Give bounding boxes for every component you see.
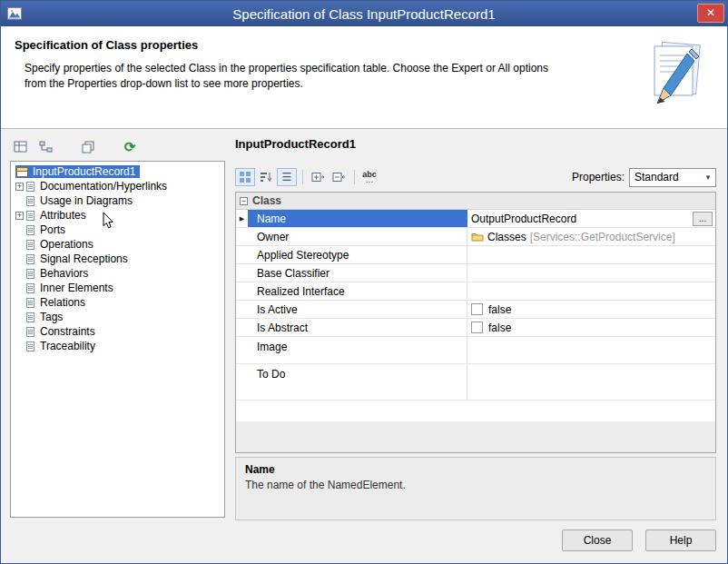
- expand-icon[interactable]: +: [15, 212, 24, 220]
- close-button[interactable]: Close: [562, 529, 633, 551]
- property-value[interactable]: [467, 337, 715, 363]
- property-row-owner[interactable]: Owner Classes [Services::GetProductServi…: [236, 228, 715, 246]
- refresh-icon[interactable]: ⟳: [121, 139, 139, 155]
- tree-item-attributes[interactable]: + Attributes: [11, 208, 224, 223]
- element-tree: InputProductRecord1 + Documentation/Hype…: [10, 161, 225, 518]
- property-row-to-do[interactable]: To Do: [236, 364, 715, 401]
- tree-item-traceability[interactable]: Traceability: [11, 339, 224, 353]
- property-row-is-abstract[interactable]: Is Abstract false: [236, 319, 715, 337]
- page-icon: [26, 211, 34, 221]
- page-icon: [26, 283, 34, 293]
- page-icon: [26, 327, 34, 337]
- property-row-is-active[interactable]: Is Active false: [236, 301, 715, 319]
- copy-view-icon[interactable]: [79, 139, 97, 155]
- chevron-down-icon: ▾: [701, 173, 715, 182]
- tree-item-root[interactable]: InputProductRecord1: [11, 164, 224, 179]
- property-name: Name: [248, 210, 467, 227]
- checkbox[interactable]: [471, 322, 483, 333]
- property-row-name[interactable]: ▶ Name OutputProductRecord ...: [236, 210, 715, 228]
- window-title: Specification of Class InputProductRecor…: [1, 6, 727, 22]
- property-value[interactable]: [467, 282, 715, 300]
- property-row-image[interactable]: Image: [236, 337, 715, 364]
- property-name: Is Active: [248, 301, 467, 318]
- collapse-icon[interactable]: −: [240, 197, 248, 205]
- tree-item-signal-receptions[interactable]: Signal Receptions: [11, 252, 224, 266]
- collapse-nodes-icon[interactable]: [329, 168, 349, 186]
- checkbox-label: false: [488, 303, 511, 316]
- property-value[interactable]: false: [467, 319, 715, 336]
- properties-toolbar: ☰ abc … Properties: Stan: [235, 166, 716, 188]
- toolbar-separator: [302, 170, 303, 184]
- property-value[interactable]: [467, 246, 715, 263]
- tree-item-relations[interactable]: Relations: [11, 295, 224, 310]
- close-icon[interactable]: ✕: [697, 4, 724, 23]
- group-label: Class: [252, 194, 281, 207]
- page-icon: [26, 196, 34, 206]
- page-icon: [26, 341, 34, 351]
- property-name: Realized Interface: [248, 282, 467, 300]
- properties-table: − Class ▶ Name OutputProductRecord ... O…: [235, 192, 716, 453]
- header-title: Specification of Class properties: [15, 38, 198, 52]
- mouse-cursor: [103, 212, 114, 232]
- grid-view-icon[interactable]: [12, 139, 30, 155]
- property-name: Base Classifier: [248, 264, 467, 282]
- property-row-base-classifier[interactable]: Base Classifier: [236, 264, 715, 282]
- tree-item-behaviors[interactable]: Behaviors: [11, 266, 224, 281]
- property-value[interactable]: Classes [Services::GetProductService]: [467, 228, 715, 245]
- description-title: Name: [245, 463, 706, 476]
- property-group-class[interactable]: − Class: [236, 193, 715, 210]
- property-name: Owner: [248, 228, 467, 245]
- property-value[interactable]: false: [467, 301, 715, 318]
- tree-item-operations[interactable]: Operations: [11, 237, 224, 252]
- titlebar[interactable]: Specification of Class InputProductRecor…: [1, 1, 727, 26]
- tree-item-inner-elements[interactable]: Inner Elements: [11, 281, 224, 295]
- header-description-line2: from the Properties drop-down list to se…: [25, 76, 548, 92]
- checkbox-label: false: [488, 322, 511, 334]
- table-empty-area: [236, 421, 715, 452]
- toolbar-separator: [354, 170, 355, 184]
- row-marker-icon: ▶: [236, 210, 248, 227]
- tree-item-ports[interactable]: Ports: [11, 223, 224, 237]
- property-row-realized-interface[interactable]: Realized Interface: [236, 282, 715, 301]
- expand-icon[interactable]: +: [15, 183, 24, 191]
- page-icon: [26, 225, 34, 235]
- help-button[interactable]: Help: [645, 529, 716, 551]
- dialog-header: Specification of Class properties Specif…: [1, 26, 727, 129]
- property-name: To Do: [248, 364, 467, 400]
- property-value[interactable]: OutputProductRecord ...: [467, 210, 715, 227]
- property-name: Applied Stereotype: [248, 246, 467, 263]
- abbreviations-icon[interactable]: abc …: [359, 168, 379, 186]
- document-pencil-icon: [645, 39, 713, 116]
- description-text: The name of the NamedElement.: [245, 479, 706, 491]
- properties-dropdown[interactable]: Standard ▾: [629, 168, 716, 187]
- tree-item-usage-in-diagrams[interactable]: Usage in Diagrams: [11, 193, 224, 208]
- tree-item-tags[interactable]: Tags: [11, 310, 224, 324]
- page-icon: [26, 254, 34, 264]
- property-name: Is Abstract: [248, 319, 467, 336]
- page-icon: [26, 312, 34, 322]
- page-icon: [26, 269, 34, 279]
- edit-value-button[interactable]: ...: [693, 212, 713, 226]
- structure-view-icon[interactable]: [37, 139, 55, 155]
- tree-selection: InputProductRecord1: [15, 165, 140, 178]
- header-description-line1: Specify properties of the selected Class…: [25, 61, 548, 76]
- properties-label: Properties:: [572, 171, 625, 183]
- property-value[interactable]: [467, 364, 715, 400]
- specification-dialog: Specification of Class InputProductRecor…: [0, 0, 728, 564]
- tree-toolbar: ⟳: [12, 137, 139, 157]
- property-name: Image: [248, 337, 467, 363]
- property-row-applied-stereotype[interactable]: Applied Stereotype: [236, 246, 715, 264]
- property-value-text: Classes: [487, 231, 526, 243]
- property-value[interactable]: [467, 264, 715, 282]
- page-icon: [26, 298, 34, 308]
- panel-title: InputProductRecord1: [235, 137, 356, 151]
- tree-item-constraints[interactable]: Constraints: [11, 324, 224, 339]
- checkbox[interactable]: [471, 303, 483, 315]
- class-icon: [16, 167, 28, 177]
- properties-dropdown-value: Standard: [630, 171, 701, 183]
- categorized-view-icon[interactable]: [235, 168, 255, 186]
- expand-nodes-icon[interactable]: [308, 168, 328, 186]
- list-view-icon[interactable]: ☰: [277, 168, 297, 186]
- tree-item-documentation[interactable]: + Documentation/Hyperlinks: [11, 179, 224, 193]
- sort-alphabetical-icon[interactable]: [256, 168, 276, 186]
